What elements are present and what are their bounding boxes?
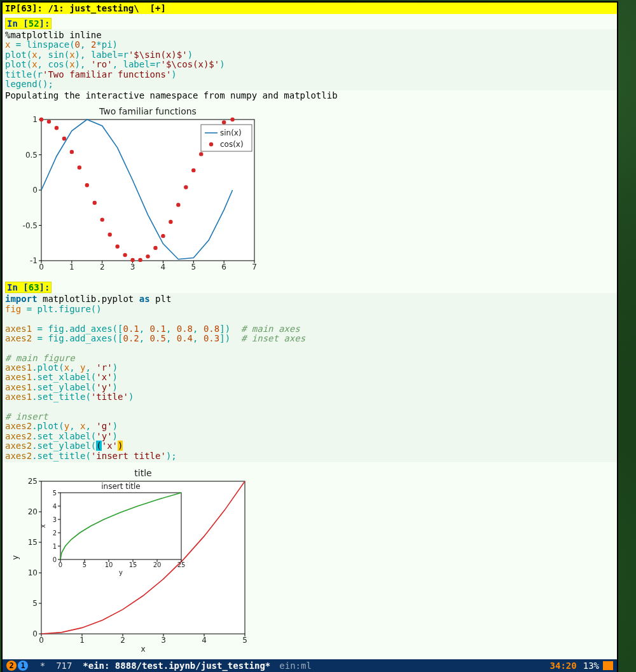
t: , xyxy=(85,421,96,431)
svg-point-52 xyxy=(222,121,226,125)
t: axes1 xyxy=(5,372,32,382)
t: , xyxy=(80,39,91,50)
t: ); xyxy=(166,451,177,461)
svg-point-42 xyxy=(146,254,149,258)
svg-text:4: 4 xyxy=(161,263,166,271)
cursor-position: 34:20 xyxy=(550,661,577,671)
cell1-prompt: In [52]: xyxy=(5,18,52,29)
svg-text:6: 6 xyxy=(221,263,226,271)
svg-text:5: 5 xyxy=(32,599,38,608)
t: In [ xyxy=(7,282,29,292)
t: ]: xyxy=(39,282,50,292)
t: # main axes xyxy=(241,324,300,334)
svg-text:0: 0 xyxy=(39,263,44,271)
t: = fig.add_axes([ xyxy=(32,333,123,343)
svg-point-47 xyxy=(184,186,188,189)
svg-text:cos(x): cos(x) xyxy=(220,140,244,149)
cell1-stdout: Populating the interactive namespace fro… xyxy=(3,90,617,100)
t: 0.3 xyxy=(204,333,219,343)
svg-text:25: 25 xyxy=(28,477,38,486)
t: , xyxy=(193,324,204,334)
svg-point-30 xyxy=(55,126,59,130)
tab-bar[interactable]: IP[63]: /1: just_testing\ [+] xyxy=(3,3,617,14)
svg-text:20: 20 xyxy=(153,561,162,568)
svg-text:2: 2 xyxy=(100,263,105,271)
svg-text:15: 15 xyxy=(28,538,38,547)
t: 'Two familiar functions' xyxy=(43,69,171,79)
t: ) xyxy=(171,69,176,79)
cell2-figure: title0123450510152025xyinsert title05101… xyxy=(3,462,617,657)
svg-point-37 xyxy=(107,233,111,237)
major-mode: ein:ml xyxy=(279,661,312,671)
cursor: ) xyxy=(118,441,123,451)
svg-text:7: 7 xyxy=(252,263,257,271)
workspace-badge-2[interactable]: 1 xyxy=(18,661,28,671)
t: ]) xyxy=(219,333,241,343)
t: .set_title( xyxy=(32,451,91,461)
mode-line[interactable]: 2 1 * 717 *ein: 8888/test.ipynb/just_tes… xyxy=(3,659,617,672)
svg-text:x: x xyxy=(39,524,46,528)
t: .plot( xyxy=(32,362,64,373)
svg-point-34 xyxy=(85,183,89,187)
svg-point-48 xyxy=(191,168,195,172)
t: ) xyxy=(113,431,118,441)
svg-point-49 xyxy=(199,153,203,156)
t: 'g' xyxy=(96,421,112,431)
svg-text:1: 1 xyxy=(80,636,85,645)
t: , sin( xyxy=(38,50,70,60)
t: '$\sin(x)$' xyxy=(128,50,188,60)
svg-text:3: 3 xyxy=(130,263,135,271)
svg-text:3: 3 xyxy=(161,636,166,645)
svg-point-36 xyxy=(100,218,104,222)
cell2-code[interactable]: import matplotlib.pyplot as plt fig = pl… xyxy=(3,293,617,462)
t: ) xyxy=(113,372,118,382)
svg-text:0: 0 xyxy=(53,556,57,563)
t: .plot( xyxy=(32,421,64,431)
t: import xyxy=(5,294,38,304)
cell1-prompt-right: ]: xyxy=(39,18,50,29)
t: ) xyxy=(113,382,118,392)
t: ), xyxy=(75,59,91,69)
t: .set_ylabel( xyxy=(32,441,96,451)
svg-point-32 xyxy=(70,150,74,154)
t: 0.1 xyxy=(123,324,139,334)
editor-frame: IP[63]: /1: just_testing\ [+] In [52]: %… xyxy=(1,1,618,672)
t: plot( xyxy=(5,50,32,60)
svg-text:insert title: insert title xyxy=(101,482,141,491)
buffer-name[interactable]: *ein: 8888/test.ipynb/just_testing* xyxy=(83,661,270,671)
t: , xyxy=(166,333,177,343)
svg-text:0: 0 xyxy=(32,186,38,195)
svg-point-57 xyxy=(209,142,213,146)
buffer-content[interactable]: In [52]: %matplotlib inline x = linspace… xyxy=(3,14,617,659)
workspace-badge-1[interactable]: 2 xyxy=(6,661,17,671)
t: title(r xyxy=(5,69,43,79)
svg-point-35 xyxy=(93,201,97,205)
t: 'ro' xyxy=(91,59,113,69)
t: axes2 xyxy=(5,421,32,431)
cell1-prompt-left: In [ xyxy=(7,18,29,29)
t: = plt.figure() xyxy=(21,304,101,314)
t: x xyxy=(69,59,74,69)
t: 0.1 xyxy=(150,324,166,334)
t: 0.5 xyxy=(150,333,166,343)
t: ) xyxy=(113,421,118,431)
cell2-prompt: In [63]: xyxy=(5,282,52,293)
t: 'y' xyxy=(96,431,112,441)
svg-text:20: 20 xyxy=(28,507,38,516)
t: 0.8 xyxy=(177,324,193,334)
t: 'y' xyxy=(96,382,112,392)
t: *pi) xyxy=(96,39,118,50)
svg-text:5: 5 xyxy=(83,561,86,568)
t: axes1 xyxy=(5,324,32,334)
t: , label=r xyxy=(113,59,161,69)
svg-point-31 xyxy=(62,137,66,141)
t: x xyxy=(64,362,69,373)
svg-text:1: 1 xyxy=(53,543,57,550)
cell1-figure: Two familiar functions01234567-1-0.500.5… xyxy=(3,100,617,279)
cell1-prompt-num: 52 xyxy=(29,18,39,29)
svg-point-39 xyxy=(123,253,127,257)
cell1-code[interactable]: %matplotlib inline x = linspace(0, 2*pi)… xyxy=(3,29,617,90)
t: x xyxy=(32,50,37,60)
modeline-left: * 717 xyxy=(29,661,83,671)
svg-text:y: y xyxy=(11,555,20,559)
